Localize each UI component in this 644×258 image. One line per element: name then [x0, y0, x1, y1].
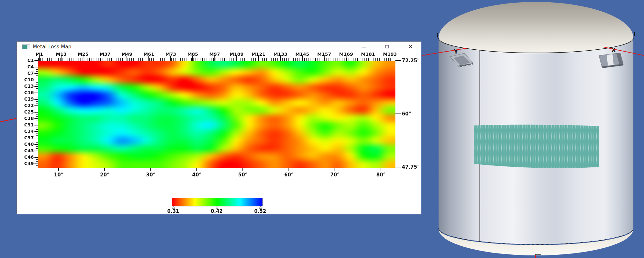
tank-dome — [439, 2, 633, 53]
annotation-line-left — [0, 118, 16, 122]
desktop-background: Y X Metal Loss Map — ☐ ✕ M1M13M25M37M49M… — [0, 0, 644, 258]
tank-3d-view[interactable]: Y X — [428, 0, 644, 258]
tank-bracket-right — [599, 53, 623, 68]
colorbar: △0.31△0.42△0.52 — [17, 42, 421, 214]
colorbar-label: 0.52 — [254, 208, 266, 214]
dome-edge-kink-left — [437, 33, 438, 38]
colorbar-label: 0.31 — [167, 208, 179, 214]
colorbar-label: 0.42 — [211, 208, 223, 214]
metal-loss-map-window: Metal Loss Map — ☐ ✕ M1M13M25M37M49M61M7… — [16, 41, 421, 214]
scan-band-dots — [474, 124, 599, 168]
axis-marker-x: X — [611, 47, 616, 53]
dome-edge-kink-right — [634, 32, 635, 36]
axis-marker-y: Y — [454, 48, 458, 55]
